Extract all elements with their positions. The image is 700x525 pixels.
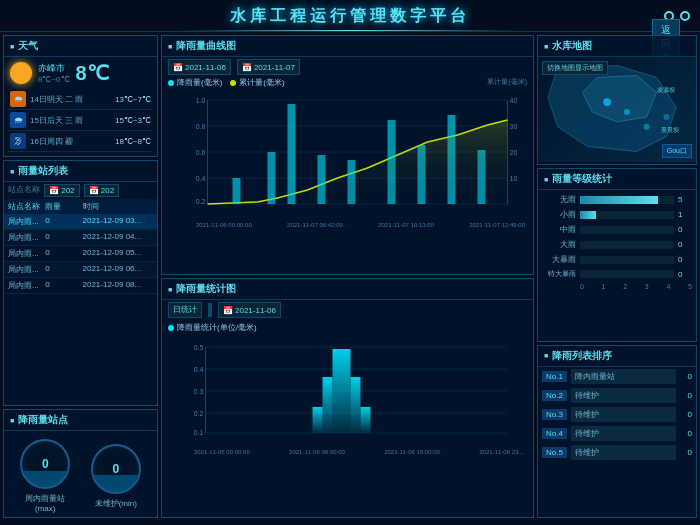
rain-station-points-panel: 降雨量站点 0 周内雨量站(max) 0 未维护(min) (3, 409, 158, 518)
svg-text:30: 30 (510, 123, 518, 130)
table-row[interactable]: 局内雨... 0 2021-12-09 03... (4, 214, 157, 230)
rank-name-3: 待维护 (571, 407, 676, 422)
rank-badge-2: No.2 (542, 390, 567, 401)
table-row[interactable]: 局内雨... 0 2021-12-09 04... (4, 230, 157, 246)
rain-grade-bars: 无雨 5 小雨 1 中雨 (538, 190, 696, 292)
date-input-1[interactable]: 📅2021-11-06 (168, 59, 231, 75)
map-background: 凌源坝 景景坝 切换地图显示地图 Gou口 (538, 57, 696, 162)
rain-ranking-title: 降雨列表排序 (538, 346, 696, 367)
svg-text:10: 10 (510, 175, 518, 182)
gauge-water-2 (93, 475, 139, 491)
svg-text:0.3: 0.3 (194, 388, 204, 395)
gauge-max-value: 0 (42, 457, 49, 471)
date-input-2[interactable]: 📅2021-11-07 (237, 59, 300, 75)
chart-legend: 降雨量(毫米) 累计量(毫米) 累计量(毫米) (162, 77, 533, 88)
rain-stats-controls: 日统计 📅2021-11-06 (162, 300, 533, 320)
weather-title: 天气 (4, 36, 157, 57)
water-map-panel: 水库地图 凌源坝 景景坝 (537, 35, 697, 165)
rain-curve-chart: 1.0 0.8 0.6 0.4 0.2 40 30 20 10 (162, 88, 533, 230)
map-btn2[interactable]: Gou口 (662, 144, 692, 158)
legend-item-cumul: 累计量(毫米) (230, 77, 284, 88)
rank-badge-3: No.3 (542, 409, 567, 420)
grade-val-light: 1 (678, 210, 690, 219)
weather-icon-haze: 🌫 (10, 133, 26, 149)
grade-row-heavy: 大雨 0 (538, 237, 696, 252)
svg-text:0.5: 0.5 (194, 344, 204, 351)
svg-point-44 (603, 98, 611, 106)
grade-label-heavy: 大雨 (544, 239, 576, 250)
weather-row-1: 🌧 14日明天 二 雨 13℃~7℃ (8, 89, 153, 110)
table-row[interactable]: 局内雨... 0 2021-12-09 05... (4, 246, 157, 262)
row-val: 0 (45, 264, 80, 275)
svg-rect-41 (361, 407, 371, 433)
grade-row-light: 小雨 1 (538, 207, 696, 222)
period-select[interactable]: 日统计 (168, 302, 202, 318)
left-column: 天气 赤峰市 8℃~0℃ 8℃ 🌧 14日明天 二 雨 13℃~7℃ 🌧 (3, 35, 158, 518)
rank-name-5: 待维护 (571, 445, 676, 460)
svg-point-46 (644, 124, 650, 130)
table-row[interactable]: 局内雨... 0 2021-12-09 06... (4, 262, 157, 278)
svg-rect-37 (333, 349, 351, 433)
svg-text:1.0: 1.0 (196, 97, 206, 104)
row-name: 局内雨... (8, 280, 43, 291)
weather-row-3: 🌫 16日周四 霾 18℃~8℃ (8, 131, 153, 152)
row-time: 2021-12-09 04... (83, 232, 154, 243)
gauge-water (22, 471, 68, 487)
gauge-min-label: 未维护(min) (95, 498, 137, 509)
legend-dot-cumul (230, 80, 236, 86)
gauge-min-circle: 0 (91, 444, 141, 494)
date-control-1[interactable]: 📅 202 (44, 184, 80, 197)
rank-name-1: 降内雨量站 (571, 369, 676, 384)
rank-row-5: No.5 待维护 0 (538, 443, 696, 462)
water-map-title: 水库地图 (538, 36, 696, 57)
grade-val-medium: 0 (678, 225, 690, 234)
grade-x-axis: 012345 (538, 281, 696, 290)
map-toggle-btn[interactable]: 切换地图显示地图 (542, 61, 608, 75)
rain-ranking-panel: 降雨列表排序 No.1 降内雨量站 0 No.2 待维护 0 No.3 待维护 … (537, 345, 697, 519)
rain-grade-title: 雨量等级统计 (538, 169, 696, 190)
rank-row-4: No.4 待维护 0 (538, 424, 696, 443)
svg-rect-17 (268, 152, 276, 204)
list-header: 站点名称 雨量 时间 (4, 199, 157, 214)
row-name: 局内雨... (8, 232, 43, 243)
legend-dot-rain (168, 80, 174, 86)
stats-date-input[interactable]: 📅2021-11-06 (218, 302, 281, 318)
svg-text:0.1: 0.1 (194, 429, 204, 436)
row-time: 2021-12-09 05... (83, 248, 154, 259)
svg-text:凌源坝: 凌源坝 (657, 87, 675, 93)
table-row[interactable]: 局内雨... 0 2021-12-09 08... (4, 278, 157, 294)
col-name: 站点名称 (8, 201, 43, 212)
grade-bar-none (580, 196, 658, 204)
rank-val-1: 0 (680, 372, 692, 381)
header-circle2 (680, 11, 690, 21)
rain-grade-panel: 雨量等级统计 无雨 5 小雨 1 中雨 (537, 168, 697, 342)
rank-val-2: 0 (680, 391, 692, 400)
city-label: 赤峰市 (38, 62, 70, 75)
grade-bar-medium-bg (580, 226, 674, 234)
rank-badge-4: No.4 (542, 428, 567, 439)
grade-val-heavy: 0 (678, 240, 690, 249)
row-time: 2021-12-09 03... (83, 216, 154, 227)
svg-rect-18 (288, 104, 296, 204)
weather-day-3: 16日周四 霾 (30, 136, 111, 147)
row-name: 局内雨... (8, 248, 43, 259)
svg-rect-40 (313, 407, 323, 433)
grade-row-extreme: 特大暴雨 0 (538, 267, 696, 281)
rank-val-3: 0 (680, 410, 692, 419)
rain-curve-svg: 1.0 0.8 0.6 0.4 0.2 40 30 20 10 (166, 90, 529, 220)
svg-text:20: 20 (510, 149, 518, 156)
rank-name-4: 待维护 (571, 426, 676, 441)
weather-day-2: 15日后天 三 雨 (30, 115, 111, 126)
weather-list: 🌧 14日明天 二 雨 13℃~7℃ 🌧 15日后天 三 雨 15℃~3℃ 🌫 … (4, 89, 157, 156)
svg-text:0.4: 0.4 (196, 175, 206, 182)
grade-row-vheavy: 大暴雨 0 (538, 252, 696, 267)
right-column: 水库地图 凌源坝 景景坝 (537, 35, 697, 518)
col-rain: 雨量 (45, 201, 80, 212)
grade-bar-none-bg (580, 196, 674, 204)
gauge-max: 0 周内雨量站(max) (20, 439, 70, 513)
stats-legend: 降雨量统计(单位/毫米) (162, 320, 533, 335)
x-axis-labels: 2021-11-06 00:00:00 2021-11-07 06:42:00 … (166, 222, 529, 228)
weather-icon-rain2: 🌧 (10, 112, 26, 128)
date-control-2[interactable]: 📅 202 (84, 184, 120, 197)
rank-row-1: No.1 降内雨量站 0 (538, 367, 696, 386)
